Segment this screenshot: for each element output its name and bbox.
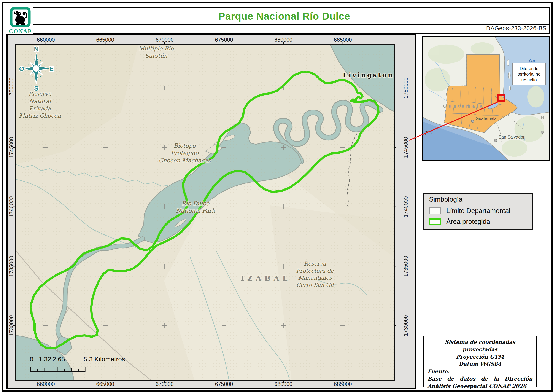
inset-city-label: Guatemala	[476, 116, 497, 121]
conap-logo: CONAP	[7, 7, 33, 34]
territorial-dispute-note: Diferendo territorial no resuelto	[512, 63, 546, 85]
compass-e: E	[49, 65, 54, 72]
credits-box: Sistema de coordenadas proyectadas Proye…	[423, 336, 537, 387]
projection-line: Proyección GTM	[428, 353, 532, 360]
compass-n: N	[34, 46, 39, 53]
source-2: Base de datos cartografía básica IGN 201…	[428, 390, 532, 392]
page-title: Parque Nacional Río Dulce	[19, 7, 550, 26]
legend-item-area-protegida: Área protegida	[429, 218, 490, 226]
protected-area-swatch	[429, 218, 441, 225]
inset-honduras-label: H o	[541, 115, 550, 120]
label-biotopo-chocon-machacas: BiotopoProtegidoChocón-Machacas	[152, 142, 217, 164]
compass-s: S	[34, 85, 38, 92]
scale-bar-labels: 0 1.32 2.65 5.3 Kilómetros	[30, 356, 121, 363]
fuente-label: Fuente:	[428, 368, 532, 375]
locator-inset-map: Guatemala Guatemala San Salvador H o Gu …	[422, 36, 550, 161]
crs-line: Sistema de coordenadas proyectadas	[428, 338, 532, 353]
legend-item-limite: Límite Departamental	[429, 207, 510, 215]
label-cerro-san-gil: ReservaProtectora de ManantialesCerro Sa…	[289, 260, 341, 288]
inset-basemap	[422, 37, 549, 160]
map-document: Parque Nacional Río Dulce DAGeos-233-202…	[0, 0, 553, 392]
label-rio-dulce-national-park: Río DulceNational Park	[163, 200, 228, 215]
label-livingston: Livingston	[336, 71, 401, 79]
inset-gulf-label: Gu	[529, 58, 535, 63]
inset-country-label: Guatemala	[443, 104, 484, 109]
label-reserva-matriz-chocon: ReservaNatural PrivadaMatriz Chocón	[16, 90, 64, 119]
compass-w: O	[20, 65, 24, 72]
legend-title: Simbología	[429, 196, 463, 203]
departmental-limit-swatch	[429, 207, 441, 214]
scale-bar	[30, 365, 90, 372]
label-multiple-rio-sarstun: Múltiple RíoSarstún	[133, 45, 179, 60]
source-1: Base de datos de la Dirección Análisis G…	[428, 375, 532, 390]
conap-monkey-icon	[9, 7, 32, 27]
inset-san-salvador-label: San Salvador	[498, 135, 525, 140]
doc-code-strip	[19, 24, 550, 34]
datum-line: Datum WGS84	[428, 360, 532, 368]
conap-logo-text: CONAP	[7, 28, 33, 35]
doc-code: DAGeos-233-2026-BS	[486, 25, 546, 32]
compass-rose-icon: N S E O	[20, 46, 54, 92]
